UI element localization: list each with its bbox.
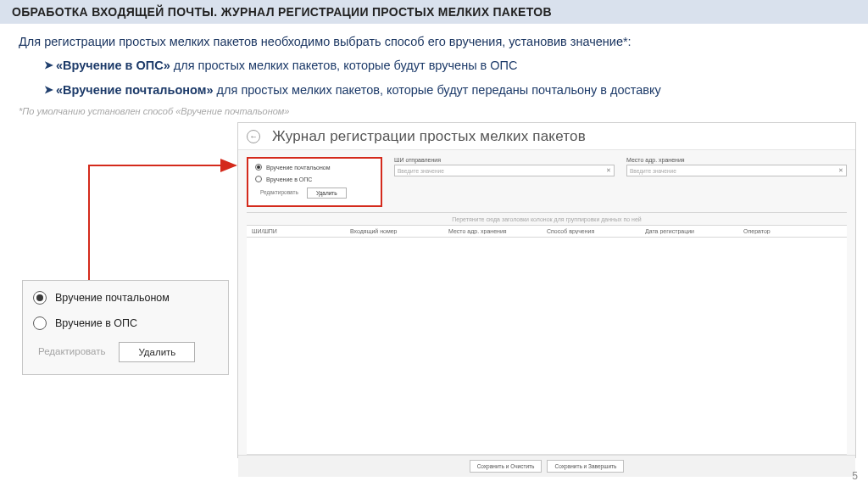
edit-mini-button[interactable]: Редактировать [255, 188, 303, 199]
radio-dot-icon [33, 316, 47, 330]
radio-ops[interactable]: Вручение в ОПС [33, 316, 218, 330]
field-shi-placeholder: Введите значение [398, 168, 444, 174]
fields-row: ШИ отправления Введите значение ✕ Место … [394, 157, 847, 207]
field-storage: Место адр. хранения Введите значение ✕ [626, 157, 847, 207]
footnote: *По умолчанию установлен способ «Вручени… [19, 104, 849, 119]
clear-icon[interactable]: ✕ [606, 167, 611, 174]
bottom-buttons: Сохранить и Очистить Сохранить и Заверши… [238, 455, 855, 477]
table-body [247, 238, 847, 455]
field-storage-placeholder: Введите значение [630, 168, 676, 174]
bullet-1-rest: для простых мелких пакетов, которые буду… [170, 59, 518, 72]
bullet-arrow-icon: ➤ [44, 57, 53, 76]
callout-arrow [85, 148, 254, 293]
col-storage[interactable]: Место адр. хранения [448, 228, 547, 234]
field-shi-input[interactable]: Введите значение ✕ [394, 165, 615, 176]
col-date[interactable]: Дата регистрации [645, 228, 743, 234]
bullet-2-bold: «Вручение почтальоном» [56, 83, 214, 97]
radio-postman-mini[interactable]: Вручение почтальоном [255, 164, 374, 171]
radio-dot-icon [255, 164, 262, 171]
radio-postman-mini-label: Вручение почтальоном [266, 165, 331, 171]
bullet-1: ➤ «Вручение в ОПС» для простых мелких па… [44, 56, 849, 75]
save-finish-button[interactable]: Сохранить и Завершить [547, 460, 624, 473]
app-title: Журнал регистрации простых мелких пакето… [272, 128, 586, 145]
top-panel: Вручение почтальоном Вручение в ОПС Реда… [238, 150, 855, 212]
save-clear-button[interactable]: Сохранить и Очистить [470, 460, 542, 473]
col-method[interactable]: Способ вручения [547, 228, 645, 234]
delete-button[interactable]: Удалить [119, 342, 195, 362]
page-title: ОБРАБОТКА ВХОДЯЩЕЙ ПОЧТЫ. ЖУРНАЛ РЕГИСТР… [12, 5, 552, 19]
radio-dot-icon [33, 291, 47, 305]
callout-button-row: Редактировать Удалить [33, 342, 218, 362]
delivery-method-callout: Вручение почтальоном Вручение в ОПС Реда… [22, 280, 229, 375]
page-number: 5 [852, 470, 858, 482]
col-shi[interactable]: ШИ/ШПИ [252, 228, 350, 234]
radio-ops-mini-label: Вручение в ОПС [266, 176, 312, 182]
col-operator[interactable]: Оператор [743, 228, 842, 234]
clear-icon[interactable]: ✕ [838, 167, 843, 174]
mini-button-row: Редактировать Удалить [255, 188, 374, 199]
radio-postman-label: Вручение почтальоном [55, 292, 170, 304]
radio-ops-mini[interactable]: Вручение в ОПС [255, 176, 374, 182]
bullet-arrow-icon: ➤ [44, 81, 53, 100]
delete-mini-button[interactable]: Удалить [307, 188, 347, 199]
intro-text: Для регистрации простых мелких пакетов н… [19, 32, 849, 51]
table-header: ШИ/ШПИ Входящий номер Место адр. хранени… [247, 225, 847, 238]
bullet-2-rest: для простых мелких пакетов, которые буду… [214, 83, 661, 97]
back-icon[interactable]: ← [247, 130, 260, 143]
field-storage-label: Место адр. хранения [626, 157, 847, 163]
bullet-2: ➤ «Вручение почтальоном» для простых мел… [44, 81, 849, 99]
field-shi-label: ШИ отправления [394, 157, 615, 163]
field-shi: ШИ отправления Введите значение ✕ [394, 157, 615, 207]
page-header: ОБРАБОТКА ВХОДЯЩЕЙ ПОЧТЫ. ЖУРНАЛ РЕГИСТР… [0, 0, 868, 24]
field-storage-input[interactable]: Введите значение ✕ [626, 165, 847, 176]
col-incoming[interactable]: Входящий номер [350, 228, 448, 234]
radio-ops-label: Вручение в ОПС [55, 317, 137, 329]
radio-dot-icon [255, 176, 262, 182]
app-titlebar: ← Журнал регистрации простых мелких паке… [238, 123, 855, 150]
delivery-method-box: Вручение почтальоном Вручение в ОПС Реда… [247, 157, 382, 207]
content: Для регистрации простых мелких пакетов н… [0, 24, 868, 119]
bullet-1-bold: «Вручение в ОПС» [56, 59, 170, 72]
radio-postman[interactable]: Вручение почтальоном [33, 291, 218, 305]
grouping-hint: Перетяните сюда заголовки колонок для гр… [238, 213, 855, 225]
edit-button[interactable]: Редактировать [33, 342, 110, 362]
app-window: ← Журнал регистрации простых мелких паке… [237, 122, 856, 458]
